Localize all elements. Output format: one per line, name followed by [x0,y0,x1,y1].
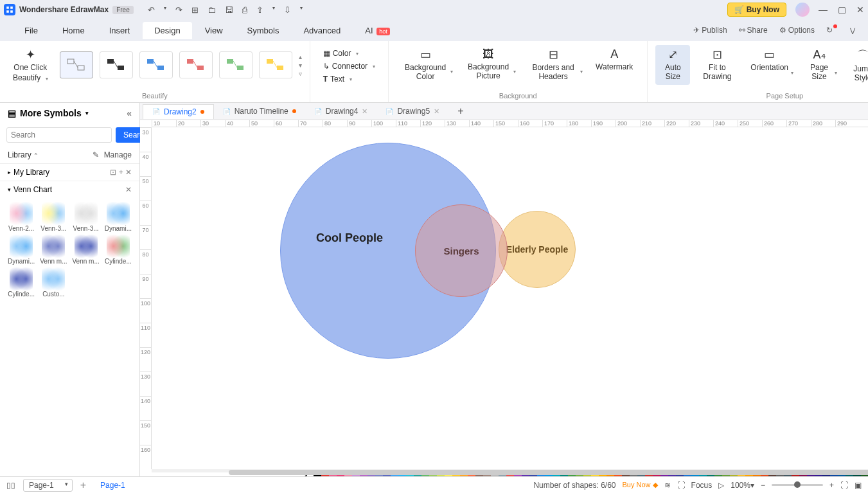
share-link[interactable]: ⚯ Share [739,26,768,35]
auto-size-button[interactable]: ⤢ Auto Size [655,45,690,85]
layers-icon[interactable]: ≋ [664,481,671,490]
menu-design[interactable]: Design [143,22,191,39]
symbol-item[interactable]: Venn-3... [71,202,101,232]
user-avatar[interactable] [795,3,810,17]
ribbon: ✦ One Click Beautify ▾ ▴ ▾ ▿ Beautify ▦C… [0,41,868,103]
manage-link[interactable]: Manage [104,150,132,159]
print-icon[interactable]: ⎙ [242,5,247,15]
zoom-out-icon[interactable]: − [761,481,765,490]
page-size-button[interactable]: A₄ Page Size ▾ [800,45,838,85]
save-icon[interactable]: 🖫 [225,5,233,15]
style-preset-3[interactable] [139,51,173,78]
style-preset-5[interactable] [219,51,252,78]
symbol-item[interactable]: Venn-3... [39,202,68,232]
menu-view[interactable]: View [193,22,235,39]
export-icon[interactable]: ⇪ [256,5,263,15]
horizontal-scrollbar[interactable] [152,469,868,472]
tab-naruto-timeline[interactable]: 📄Naruto Timeline [214,104,305,118]
svg-rect-6 [147,59,154,64]
symbol-item[interactable]: Venn m... [71,235,101,265]
symbol-item[interactable]: Dynami... [6,235,36,265]
fullscreen-icon[interactable]: ⛶ [840,481,848,490]
text-dropdown[interactable]: TText▾ [321,73,378,85]
open-icon[interactable]: 🗀 [208,5,216,15]
fit-page-icon[interactable]: ▣ [855,481,862,490]
jump-style-button[interactable]: ⌒ Jump Style ▾ [844,45,868,85]
tab-drawing4[interactable]: 📄Drawing4✕ [305,104,377,118]
style-preset-2[interactable] [100,51,133,78]
orientation-button[interactable]: ▭ Orientation ▾ [744,45,795,85]
close-venn-icon[interactable]: ✕ [125,185,132,194]
symbol-item[interactable]: Venn m... [39,235,68,265]
maximize-icon[interactable]: ▢ [838,4,846,15]
search-input[interactable] [6,127,112,143]
symbol-item[interactable]: Cylinde... [103,235,133,265]
style-preset-4[interactable] [179,51,213,78]
venn-chart-accordion[interactable]: ▾Venn Chart ✕ [0,181,139,198]
options-link[interactable]: ⚙ Options [779,26,815,35]
buy-now-small[interactable]: Buy Now ◆ [622,481,657,489]
focus-icon[interactable]: ⛶ [677,481,685,490]
add-page-icon[interactable]: + [80,480,86,491]
manage-icon[interactable]: ✎ [93,150,99,159]
undo-icon[interactable]: ↶ [148,5,155,15]
style-preset-6[interactable] [259,51,292,78]
style-more-icon[interactable]: ▿ [299,70,302,77]
lib-options-icon[interactable]: ⊡ + ✕ [110,168,132,177]
new-icon[interactable]: ⊞ [191,5,199,15]
symbol-item[interactable]: Dynami... [103,202,133,232]
notification-icon[interactable]: ↻ [826,26,838,35]
connector-dropdown[interactable]: ↳Connector▾ [321,60,378,72]
import-icon[interactable]: ⇩ [284,5,291,15]
style-up-icon[interactable]: ▴ [299,53,302,60]
tab-drawing5[interactable]: 📄Drawing5✕ [376,104,448,118]
minimize-icon[interactable]: — [819,4,828,15]
menu-advanced[interactable]: Advanced [292,22,352,39]
menu-home[interactable]: Home [51,22,96,39]
buy-now-button[interactable]: 🛒 Buy Now [727,3,786,17]
svg-rect-12 [227,59,233,64]
collapse-ribbon-icon[interactable]: ⋁ [850,27,855,34]
new-tab-button[interactable]: + [448,103,472,120]
undo-drop-icon[interactable]: ▾ [164,5,166,15]
ribbon-group-label: Beautify [142,92,168,101]
venn-circle-singers[interactable]: Singers [415,204,508,297]
color-dropdown[interactable]: ▦Color▾ [321,48,378,59]
style-preset-1[interactable] [60,51,93,78]
redo-icon[interactable]: ↷ [175,5,182,15]
venn-circle-elderly-people[interactable]: Elderly People [499,211,576,288]
my-library-accordion[interactable]: ▸My Library ⊡ + ✕ [0,163,139,181]
zoom-level[interactable]: 100%▾ [731,481,754,490]
menu-symbols[interactable]: Symbols [236,22,291,39]
symbol-item[interactable]: Venn-2... [6,202,36,232]
drawing-canvas[interactable]: Cool People Elderly People Singers N [152,127,868,469]
bg-picture-icon: 🖼 [483,48,494,61]
menu-ai[interactable]: AI hot [353,22,401,39]
focus-label[interactable]: Focus [691,481,713,490]
collapse-sidebar-icon[interactable]: « [127,108,132,118]
one-click-beautify-button[interactable]: ✦ One Click Beautify ▾ [8,45,53,85]
style-down-icon[interactable]: ▾ [299,62,302,69]
close-icon[interactable]: ✕ [856,4,864,15]
menu-file[interactable]: File [13,22,49,39]
zoom-slider[interactable] [772,484,823,486]
symbol-item[interactable]: Custo... [39,267,68,298]
play-icon[interactable]: ▷ [718,481,724,490]
fit-to-drawing-button[interactable]: ⊡ Fit to Drawing [695,45,739,85]
bg-picture-button[interactable]: 🖼 Background Picture ▾ [459,45,517,84]
page-view-icon[interactable]: ▯▯ [6,481,15,490]
more-drop-icon[interactable]: ▾ [300,5,303,15]
publish-link[interactable]: ✈ Publish [693,26,727,35]
library-link[interactable]: Library ⌃ [8,150,39,159]
tab-drawing2[interactable]: 📄Drawing2 [143,104,214,119]
page-tab[interactable]: Page-1 [100,481,125,490]
symbol-item[interactable]: Cylinde... [6,267,36,298]
export-drop-icon[interactable]: ▾ [272,5,275,15]
page-selector[interactable]: Page-1 ▾ [23,479,73,492]
more-symbols-header[interactable]: More Symbols [20,108,82,118]
zoom-in-icon[interactable]: + [829,481,834,490]
bg-color-button[interactable]: ▭ Background Color ▾ [396,45,454,84]
watermark-button[interactable]: A Watermark [589,45,639,84]
borders-headers-button[interactable]: ⊟ Borders and Headers ▾ [522,45,584,84]
menu-insert[interactable]: Insert [98,22,142,39]
